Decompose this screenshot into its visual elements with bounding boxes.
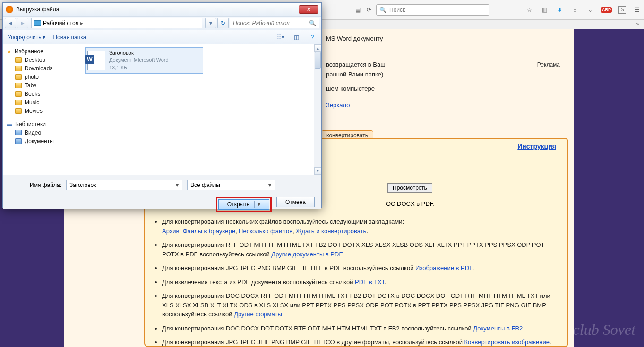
chevron-down-icon[interactable]: ▾ [254,201,260,208]
folder-icon [15,66,22,71]
content-link[interactable]: Ждать и конвертировать [296,228,366,235]
filename-combo[interactable]: Заголовок▾ [66,180,182,190]
list-item: Для конвертирования JPG JPEG PNG BMP GIF… [162,263,559,273]
refresh-button[interactable]: ↻ [217,18,229,28]
file-item-selected[interactable]: Заголовок Документ Microsoft Word 13,1 К… [85,47,203,74]
star-icon: ★ [7,48,12,55]
reader-icon[interactable]: ▤ [353,6,362,14]
bullet-list: Для конвертирования нескольких файлов во… [154,217,559,347]
bookmark-icon[interactable]: ☆ [525,6,534,14]
mirror-link[interactable]: Зеркало [326,101,350,110]
chevron-down-icon[interactable]: ▾ [173,181,181,189]
content-link[interactable]: Изображение в PDF [415,264,472,271]
content-link[interactable]: Архив [162,228,179,235]
scrollbar[interactable]: ▲ ▼ [314,44,321,175]
browser-search[interactable]: 🔍 [376,4,489,16]
browse-button[interactable]: Просмотреть [387,183,432,193]
file-size: 13,1 КБ [109,64,169,71]
sidebar-item-downloads[interactable]: Downloads [7,64,78,73]
script-icon[interactable]: S [618,6,626,14]
libraries-group[interactable]: ▬Библиотеки [7,120,78,128]
content-link[interactable]: Другие документы в PDF [271,251,342,258]
folder-icon [15,108,22,114]
organize-menu[interactable]: Упорядочить ▾ [8,34,45,41]
content-link[interactable]: PDF в TXT [355,279,385,286]
dialog-search[interactable]: 🔍 [230,18,319,28]
folder-icon [15,138,22,144]
list-item: Для конвертирования DOC DOCX DOT DOTX RT… [162,324,559,333]
search-icon: 🔍 [379,7,386,13]
search-icon: 🔍 [309,20,316,26]
list-item: Для конвертирования нескольких файлов во… [162,217,559,236]
view-mode-button[interactable]: ☷▾ [276,33,284,42]
scroll-up-icon[interactable]: ▲ [314,44,321,52]
content-link[interactable]: Несколько файлов [239,228,292,235]
text-line: возвращается в Ваш [326,60,561,70]
instruction-link[interactable]: Инструкция [517,143,556,150]
folder-icon [15,74,22,80]
open-button[interactable]: Открыть▾ [218,199,269,210]
dropdown-history-button[interactable]: ▾ [205,18,216,28]
filetype-combo[interactable]: Все файлы▾ [187,180,275,190]
scroll-thumb[interactable] [315,52,321,69]
sidebar-item-movies[interactable]: Movies [7,107,78,115]
list-item: Для извлечения текста из PDF документа в… [162,278,559,287]
file-open-dialog: Выгрузка файла ✕ ◄ ► Рабочий стол ▸ ▾ ↻ … [2,2,322,208]
chevron-right-icon[interactable]: ▸ [80,20,83,26]
filename-label: Имя файла: [30,182,61,188]
firefox-icon [6,6,13,13]
folder-icon [15,91,22,97]
list-item: Для конвертирования RTF ODT MHT HTM HTML… [162,240,559,259]
watermark: club Sovet [573,321,635,339]
list-item: Для конвертирования DOC DOCX RTF ODT MHT… [162,291,559,319]
sidebar-item-photo[interactable]: photo [7,73,78,81]
sidebar-item-books[interactable]: Books [7,90,78,98]
forward-button[interactable]: ► [17,18,28,28]
cancel-button[interactable]: Отмена [276,197,315,207]
file-type: Документ Microsoft Word [109,57,169,64]
file-list-area[interactable]: Заголовок Документ Microsoft Word 13,1 К… [82,44,321,175]
dialog-titlebar[interactable]: Выгрузка файла ✕ [3,3,321,16]
pocket-icon[interactable]: ⌄ [586,6,594,14]
home-icon[interactable]: ⌂ [571,6,579,14]
library-icon: ▬ [7,121,12,127]
library-icon[interactable]: ▥ [541,6,549,14]
text-line: шем компьютере [326,84,561,94]
dialog-nav-row: ◄ ► Рабочий стол ▸ ▾ ↻ 🔍 [3,16,321,30]
favorites-group[interactable]: ★Избранное [7,47,78,56]
chevron-down-icon: ▾ [43,34,45,41]
tab-overflow-icon[interactable]: » [636,21,639,27]
sidebar-item-tabs[interactable]: Tabs [7,81,78,90]
dialog-search-input[interactable] [233,20,306,26]
sidebar-item-library[interactable]: Видео [7,128,78,137]
sidebar-item-music[interactable]: Music [7,98,78,107]
search-input[interactable] [389,7,486,13]
scroll-down-icon[interactable]: ▼ [314,167,321,175]
content-link[interactable]: Другие форматы [234,311,282,318]
sidebar-item-library[interactable]: Документы [7,137,78,145]
chevron-down-icon[interactable]: ▾ [266,181,274,189]
dialog-sidebar: ★Избранное DesktopDownloadsphotoTabsBook… [3,44,82,175]
desktop-icon [34,20,41,26]
reload-icon[interactable]: ⟳ [365,6,373,14]
close-button[interactable]: ✕ [299,5,318,14]
abp-icon[interactable]: ABP [601,7,612,13]
content-link[interactable]: Документы в FB2 [473,325,523,332]
help-icon[interactable]: ? [308,33,317,42]
text-line: ранной Вами папке) [326,70,561,80]
content-link[interactable]: Конвертировать изображение [464,339,550,346]
content-link[interactable]: Файлы в браузере [183,228,235,235]
folder-icon [15,100,22,105]
downloads-icon[interactable]: ⬇ [556,6,564,14]
dialog-toolbar: Упорядочить ▾ Новая папка ☷▾ ◫ ? [3,30,321,44]
text-line: MS Word документу [326,34,561,44]
menu-icon[interactable]: ☰ [633,6,641,14]
new-folder-button[interactable]: Новая папка [53,34,86,41]
sidebar-item-desktop[interactable]: Desktop [7,56,78,64]
word-doc-icon [87,51,105,70]
back-button[interactable]: ◄ [5,18,16,28]
preview-pane-button[interactable]: ◫ [292,33,301,42]
top-text-block: MS Word документу возвращается в Ваш ран… [321,29,574,110]
folder-icon [15,83,22,88]
breadcrumb-bar[interactable]: Рабочий стол ▸ [31,18,202,28]
